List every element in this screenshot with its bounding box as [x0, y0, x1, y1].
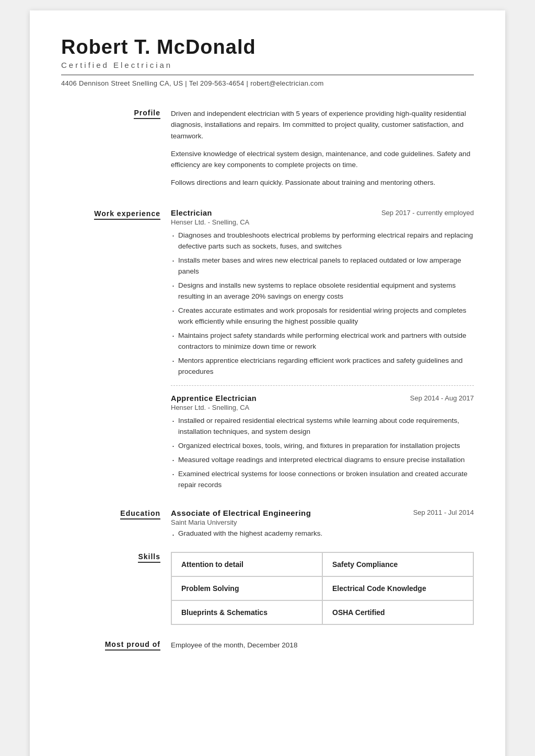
main-content: Profile Driven and independent electrici…: [61, 108, 474, 651]
skill-3: Problem Solving: [171, 576, 322, 600]
skills-content: Attention to detail Safety Compliance Pr…: [171, 552, 474, 625]
skills-label: Skills: [138, 552, 160, 563]
proud-text: Employee of the month, December 2018: [171, 640, 474, 651]
job-1-dates: Sep 2017 - currently employed: [381, 209, 474, 217]
resume-page: Robert T. McDonald Certified Electrician…: [30, 10, 505, 756]
job-2-bullet-4: Examined electrical systems for loose co…: [171, 469, 474, 491]
header-name: Robert T. McDonald: [61, 37, 474, 58]
job-divider: [171, 385, 474, 386]
job-1-company: Henser Ltd. - Snelling, CA: [171, 218, 474, 226]
header-section: Robert T. McDonald Certified Electrician…: [61, 37, 474, 92]
profile-section: Profile Driven and independent electrici…: [61, 108, 474, 195]
work-experience-label: Work experience: [94, 209, 160, 220]
job-1-bullet-1: Diagnoses and troubleshoots electrical p…: [171, 230, 474, 252]
job-1-header: Electrician Sep 2017 - currently employe…: [171, 209, 474, 217]
edu-school: Saint Maria University: [171, 518, 474, 526]
job-1-bullet-2: Installs meter bases and wires new elect…: [171, 255, 474, 277]
edu-dates: Sep 2011 - Jul 2014: [413, 509, 474, 516]
job-1-bullets: Diagnoses and troubleshoots electrical p…: [171, 230, 474, 377]
most-proud-label: Most proud of: [105, 640, 160, 651]
education-label-col: Education: [61, 509, 171, 537]
profile-para-2: Extensive knowledge of electrical system…: [171, 148, 474, 171]
skill-6: OSHA Certified: [322, 600, 473, 624]
job-2-header: Apprentice Electrician Sep 2014 - Aug 20…: [171, 394, 474, 403]
job-2-company: Henser Ltd. - Snelling, CA: [171, 404, 474, 411]
edu-degree: Associate of Electrical Engineering: [171, 509, 311, 517]
job-1: Electrician Sep 2017 - currently employe…: [171, 209, 474, 377]
skills-section: Skills Attention to detail Safety Compli…: [61, 552, 474, 625]
skills-grid: Attention to detail Safety Compliance Pr…: [171, 552, 474, 625]
most-proud-section: Most proud of Employee of the month, Dec…: [61, 640, 474, 651]
job-1-bullet-4: Creates accurate estimates and work prop…: [171, 305, 474, 327]
job-2-bullets: Installed or repaired residential electr…: [171, 416, 474, 491]
skill-2: Safety Compliance: [322, 552, 473, 576]
job-1-bullet-5: Maintains project safety standards while…: [171, 330, 474, 352]
header-title: Certified Electrician: [61, 61, 474, 69]
skill-1: Attention to detail: [171, 552, 322, 576]
profile-para-1: Driven and independent electrician with …: [171, 108, 474, 142]
skill-4: Electrical Code Knowledge: [322, 576, 473, 600]
job-2-bullet-1: Installed or repaired residential electr…: [171, 416, 474, 438]
most-proud-content: Employee of the month, December 2018: [171, 640, 474, 651]
job-1-title: Electrician: [171, 209, 212, 217]
job-2-title: Apprentice Electrician: [171, 394, 257, 403]
education-label: Education: [120, 509, 160, 519]
job-2-bullet-3: Measured voltage readings and interprete…: [171, 455, 474, 466]
edu-note: Graduated with the highest academy remar…: [171, 529, 474, 537]
skill-5: Blueprints & Schematics: [171, 600, 322, 624]
job-2-bullet-2: Organized electrical boxes, tools, wirin…: [171, 441, 474, 452]
profile-para-3: Follows directions and learn quickly. Pa…: [171, 177, 474, 188]
profile-label: Profile: [134, 109, 160, 119]
skills-label-col: Skills: [61, 552, 171, 625]
job-1-bullet-6: Mentors apprentice electricians regardin…: [171, 356, 474, 377]
most-proud-label-col: Most proud of: [61, 640, 171, 651]
education-content: Associate of Electrical Engineering Sep …: [171, 509, 474, 537]
header-divider: [61, 75, 474, 75]
header-contact: 4406 Dennison Street Snelling CA, US | T…: [61, 79, 474, 87]
work-experience-label-col: Work experience: [61, 209, 171, 494]
profile-content: Driven and independent electrician with …: [171, 108, 474, 195]
job-1-bullet-3: Designs and installs new systems to repl…: [171, 280, 474, 302]
edu-header: Associate of Electrical Engineering Sep …: [171, 509, 474, 517]
job-2-dates: Sep 2014 - Aug 2017: [410, 394, 474, 402]
work-experience-section: Work experience Electrician Sep 2017 - c…: [61, 209, 474, 494]
education-section: Education Associate of Electrical Engine…: [61, 509, 474, 537]
work-experience-content: Electrician Sep 2017 - currently employe…: [171, 209, 474, 494]
profile-label-col: Profile: [61, 108, 171, 195]
job-2: Apprentice Electrician Sep 2014 - Aug 20…: [171, 394, 474, 491]
